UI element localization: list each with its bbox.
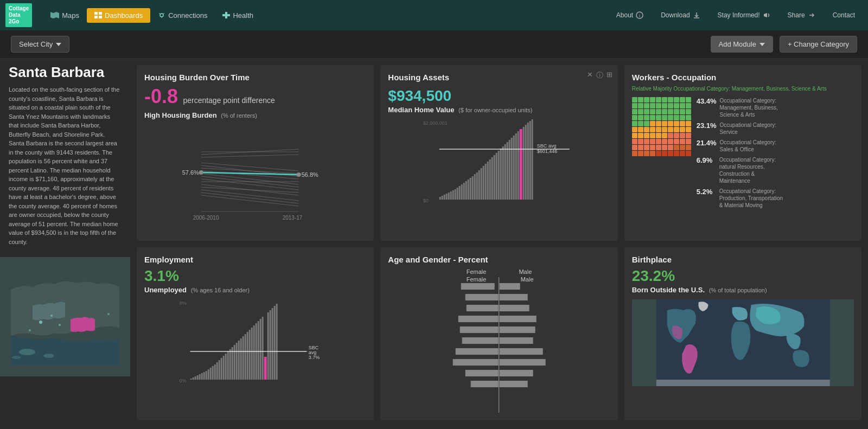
wo-subtitle: Relative Majority Occupational Category:…	[632, 85, 854, 93]
ha-chart-container: $2,000,001 $0	[388, 118, 610, 219]
svg-rect-13	[764, 14, 765, 16]
svg-rect-50	[439, 197, 441, 200]
ha-value: $934,500	[388, 87, 610, 105]
hb-sub-note: (% of renters)	[221, 112, 257, 119]
svg-rect-129	[258, 321, 259, 380]
wo-item-1: 43.4% Occupational Category:Management, …	[697, 97, 854, 118]
about-button[interactable]: About i	[609, 8, 651, 22]
svg-rect-79	[502, 146, 504, 200]
svg-rect-125	[249, 330, 251, 380]
dashboards-label: Dashboards	[105, 11, 143, 20]
logo-box: Cottage Data 2Go	[5, 3, 32, 27]
svg-rect-115	[227, 351, 229, 380]
svg-point-21	[59, 324, 61, 326]
wo-item-2: 23.1% Occupational Category:Service	[697, 121, 854, 136]
svg-text:8%: 8%	[180, 300, 187, 306]
ha-bar-chart-svg: $2,000,001 $0	[388, 118, 610, 219]
svg-line-37	[201, 195, 299, 206]
dashboards-nav-button[interactable]: Dashboards	[87, 8, 150, 23]
svg-rect-81	[507, 142, 508, 200]
svg-rect-83	[511, 138, 513, 200]
dashboard-grid: Housing Burden Over Time -0.8 percentage…	[130, 59, 868, 427]
svg-text:2006-2010: 2006-2010	[193, 215, 219, 221]
svg-rect-69	[481, 168, 482, 200]
svg-rect-147	[465, 294, 499, 300]
svg-rect-113	[223, 356, 225, 380]
contact-button[interactable]: Contact	[825, 8, 863, 22]
svg-rect-109	[214, 364, 216, 380]
svg-rect-105	[206, 371, 207, 380]
svg-rect-60	[461, 184, 463, 200]
change-category-label: + Change Category	[788, 40, 849, 48]
navigation: Cottage Data 2Go Maps Dashboards Connect…	[0, 0, 868, 30]
svg-point-42	[297, 172, 301, 177]
employment-card: Employment 3.1% Unemployed (% ages 16 an…	[137, 247, 374, 420]
sidebar: Santa Barbara Located on the south-facin…	[0, 59, 130, 427]
expand-icon[interactable]: ⊞	[607, 71, 612, 80]
hb-chart: 57.6% 56.8% 2006-2010 2013-17	[144, 125, 366, 233]
svg-rect-121	[240, 338, 242, 380]
svg-rect-160	[500, 337, 533, 344]
hb-sub-label: High Housing Burden	[144, 111, 217, 119]
svg-rect-127	[253, 325, 255, 380]
info-icon[interactable]: ⓘ	[596, 71, 603, 80]
change-category-button[interactable]: + Change Category	[780, 36, 857, 53]
svg-rect-168	[465, 370, 499, 376]
ag-female-label: Female	[467, 268, 487, 275]
svg-rect-120	[238, 341, 240, 380]
svg-rect-53	[446, 194, 448, 200]
svg-rect-57	[455, 189, 456, 200]
download-button[interactable]: Download	[653, 8, 707, 22]
svg-rect-134	[270, 310, 271, 380]
svg-rect-165	[453, 359, 499, 366]
svg-point-41	[199, 170, 203, 175]
svg-line-24	[201, 155, 299, 157]
svg-rect-91	[529, 121, 531, 200]
emp-chart-container: 8% 0%	[144, 298, 366, 393]
about-icon: i	[636, 11, 643, 19]
svg-rect-3	[99, 16, 102, 18]
emp-note: (% ages 16 and older)	[191, 287, 250, 293]
health-icon	[222, 12, 230, 18]
svg-point-22	[29, 329, 31, 331]
maps-nav-button[interactable]: Maps	[43, 8, 87, 23]
city-description: Located on the south-facing section of t…	[9, 85, 122, 246]
svg-rect-156	[460, 326, 499, 333]
svg-line-36	[201, 193, 299, 203]
close-icon[interactable]: ✕	[587, 71, 593, 80]
svg-rect-150	[467, 305, 499, 311]
svg-rect-54	[448, 193, 450, 200]
ag-chart-svg: 85+ 75-84 65-74 55-64 45-54	[388, 277, 610, 413]
health-nav-button[interactable]: Health	[215, 8, 261, 23]
add-module-label: Add Module	[719, 40, 756, 48]
svg-rect-136	[274, 306, 276, 380]
svg-rect-55	[450, 191, 452, 200]
svg-rect-64	[470, 178, 471, 200]
svg-rect-99	[193, 377, 194, 380]
connections-icon	[158, 12, 165, 18]
emp-value: 3.1%	[144, 267, 366, 285]
svg-rect-66	[474, 174, 476, 200]
svg-text:$2,000,001: $2,000,001	[423, 120, 448, 126]
share-button[interactable]: Share	[780, 8, 823, 22]
svg-point-19	[39, 321, 42, 324]
svg-rect-153	[458, 316, 499, 322]
svg-rect-130	[260, 319, 261, 380]
connections-nav-button[interactable]: Connections	[150, 8, 215, 23]
map-icon	[50, 12, 59, 18]
svg-rect-87	[520, 129, 522, 200]
svg-rect-122	[242, 336, 244, 380]
add-module-button[interactable]: Add Module	[711, 36, 773, 53]
svg-rect-148	[500, 294, 528, 300]
select-city-button[interactable]: Select City	[11, 36, 69, 53]
svg-rect-162	[456, 348, 499, 355]
svg-rect-58	[457, 188, 458, 200]
svg-rect-114	[225, 354, 227, 380]
emp-title: Employment	[144, 255, 366, 264]
ag-header: Female Male	[388, 268, 610, 275]
housing-assets-card: Housing Assets ✕ ⓘ ⊞ $934,500 Median Hom…	[380, 65, 617, 241]
svg-rect-117	[232, 347, 233, 380]
svg-rect-132	[264, 357, 267, 380]
svg-rect-67	[476, 172, 478, 200]
stay-informed-button[interactable]: Stay Informed!	[710, 8, 778, 22]
